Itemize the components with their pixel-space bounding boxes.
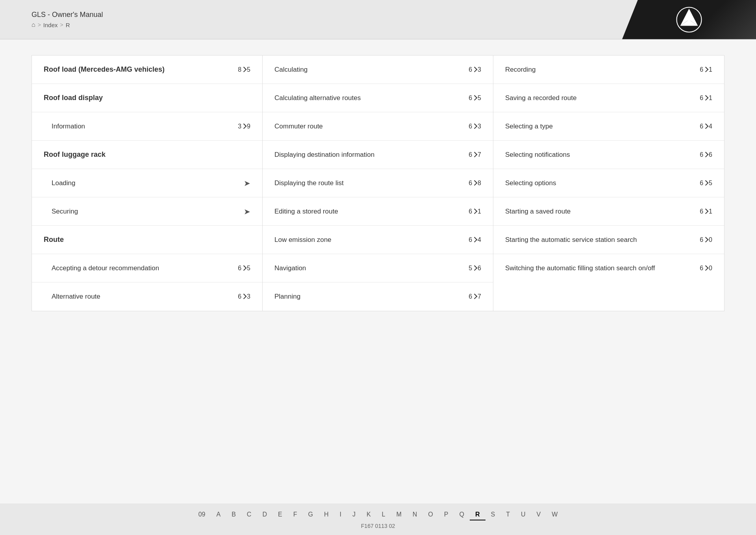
index-entry[interactable]: Roof luggage rack	[32, 141, 262, 169]
index-entry[interactable]: Starting a saved route61	[493, 197, 724, 226]
page-arrow-icon	[703, 123, 708, 129]
entry-label: Planning	[274, 293, 469, 301]
entry-page-ref: 63	[469, 123, 481, 130]
column-2: Calculating63Calculating alternative rou…	[263, 56, 493, 311]
index-entry[interactable]: Low emission zone64	[263, 226, 493, 254]
breadcrumb-sep1: >	[38, 22, 41, 28]
index-entry[interactable]: Commuter route63	[263, 112, 493, 141]
index-entry[interactable]: Securing➤	[32, 197, 262, 226]
alpha-item-v[interactable]: V	[531, 509, 547, 520]
alpha-item-f[interactable]: F	[288, 509, 303, 520]
alpha-item-i[interactable]: I	[334, 509, 346, 520]
alpha-item-a[interactable]: A	[211, 509, 226, 520]
column-3: Recording61Saving a recorded route61Sele…	[493, 56, 724, 311]
entry-label: Alternative route	[44, 293, 238, 301]
mercedes-logo	[675, 6, 703, 33]
entry-page-ref: 61	[700, 66, 712, 73]
index-entry[interactable]: Roof load display	[32, 84, 262, 112]
entry-label: Starting the automatic service station s…	[505, 235, 700, 245]
svg-point-1	[687, 18, 691, 21]
alpha-item-e[interactable]: E	[272, 509, 288, 520]
index-entry[interactable]: Editing a stored route61	[263, 197, 493, 226]
alpha-item-09[interactable]: 09	[193, 509, 211, 520]
entry-label: Information	[44, 123, 238, 130]
index-entry[interactable]: Loading➤	[32, 169, 262, 197]
alpha-item-l[interactable]: L	[376, 509, 391, 520]
entry-page-ref: ➤	[244, 207, 250, 216]
index-entry[interactable]: Calculating alternative routes65	[263, 84, 493, 112]
page-arrow-icon	[472, 294, 477, 299]
column-1: Roof load (Mercedes-AMG vehicles)85Roof …	[32, 56, 263, 311]
index-entry[interactable]: Information39	[32, 112, 262, 141]
index-entry[interactable]: Calculating63	[263, 56, 493, 84]
alpha-item-n[interactable]: N	[407, 509, 423, 520]
index-entry[interactable]: Displaying destination information67	[263, 141, 493, 169]
logo-area	[622, 0, 756, 39]
index-entry[interactable]: Selecting notifications66	[493, 141, 724, 169]
alpha-item-t[interactable]: T	[500, 509, 515, 520]
alpha-item-c[interactable]: C	[241, 509, 257, 520]
entry-label: Selecting notifications	[505, 151, 700, 159]
document-title: GLS - Owner's Manual	[32, 11, 103, 19]
index-entry[interactable]: Roof load (Mercedes-AMG vehicles)85	[32, 56, 262, 84]
footer: 09ABCDEFGHIJKLMNOPQRSTUVW F167 0113 02	[0, 503, 756, 535]
header-left: GLS - Owner's Manual ⌂ > Index > R	[32, 11, 103, 28]
index-entry[interactable]: Accepting a detour recommendation65	[32, 254, 262, 282]
entry-label: Selecting options	[505, 179, 700, 187]
breadcrumb-index[interactable]: Index	[43, 22, 58, 28]
home-icon[interactable]: ⌂	[32, 21, 35, 28]
alpha-item-q[interactable]: Q	[454, 509, 469, 520]
entry-label: Editing a stored route	[274, 208, 469, 215]
entry-page-ref: 56	[469, 265, 481, 272]
alpha-item-k[interactable]: K	[361, 509, 376, 520]
header: GLS - Owner's Manual ⌂ > Index > R	[0, 0, 756, 39]
entry-label: Starting a saved route	[505, 208, 700, 215]
alpha-item-p[interactable]: P	[439, 509, 454, 520]
page-arrow-icon	[703, 152, 708, 157]
index-entry[interactable]: Recording61	[493, 56, 724, 84]
page-arrow-icon	[472, 208, 477, 214]
alpha-item-r[interactable]: R	[470, 509, 485, 520]
index-entry[interactable]: Starting the automatic service station s…	[493, 226, 724, 254]
index-entry[interactable]: Selecting options65	[493, 169, 724, 197]
alpha-item-d[interactable]: D	[257, 509, 272, 520]
page-arrow-icon	[472, 123, 477, 129]
alpha-item-g[interactable]: G	[302, 509, 318, 520]
page-arrow-icon	[241, 265, 246, 271]
page-arrow-icon	[241, 123, 246, 129]
index-entry[interactable]: Navigation56	[263, 254, 493, 282]
breadcrumb-sep2: >	[60, 22, 63, 28]
index-entry[interactable]: Displaying the route list68	[263, 169, 493, 197]
alpha-item-w[interactable]: W	[546, 509, 563, 520]
alpha-item-h[interactable]: H	[319, 509, 334, 520]
index-entry[interactable]: Planning67	[263, 282, 493, 311]
alpha-item-o[interactable]: O	[422, 509, 438, 520]
entry-page-ref: 85	[238, 66, 250, 73]
page-arrow-icon	[703, 95, 708, 100]
page-arrow-icon	[703, 265, 708, 271]
page-arrow-icon	[472, 237, 477, 242]
page-arrow-icon	[472, 152, 477, 157]
entry-label: Displaying destination information	[274, 151, 469, 159]
breadcrumb: ⌂ > Index > R	[32, 21, 103, 28]
alpha-item-m[interactable]: M	[391, 509, 407, 520]
main-content: Roof load (Mercedes-AMG vehicles)85Roof …	[0, 39, 756, 503]
alpha-navigation: 09ABCDEFGHIJKLMNOPQRSTUVW	[0, 509, 756, 520]
entry-page-ref: 66	[700, 151, 712, 158]
index-entry[interactable]: Selecting a type64	[493, 112, 724, 141]
alpha-item-s[interactable]: S	[485, 509, 501, 520]
index-entry[interactable]: Route	[32, 226, 262, 254]
entry-label: Securing	[44, 208, 244, 215]
entry-label: Calculating alternative routes	[274, 94, 469, 102]
entry-label: Roof load display	[44, 94, 250, 102]
index-entry[interactable]: Saving a recorded route61	[493, 84, 724, 112]
index-entry[interactable]: Switching the automatic filling station …	[493, 254, 724, 282]
index-entry[interactable]: Alternative route63	[32, 282, 262, 311]
entry-page-ref: 65	[238, 265, 250, 272]
page-arrow-icon	[241, 67, 246, 72]
entry-page-ref: 63	[469, 66, 481, 73]
alpha-item-j[interactable]: J	[347, 509, 361, 520]
alpha-item-b[interactable]: B	[226, 509, 241, 520]
alpha-item-u[interactable]: U	[515, 509, 531, 520]
document-id: F167 0113 02	[361, 523, 395, 529]
